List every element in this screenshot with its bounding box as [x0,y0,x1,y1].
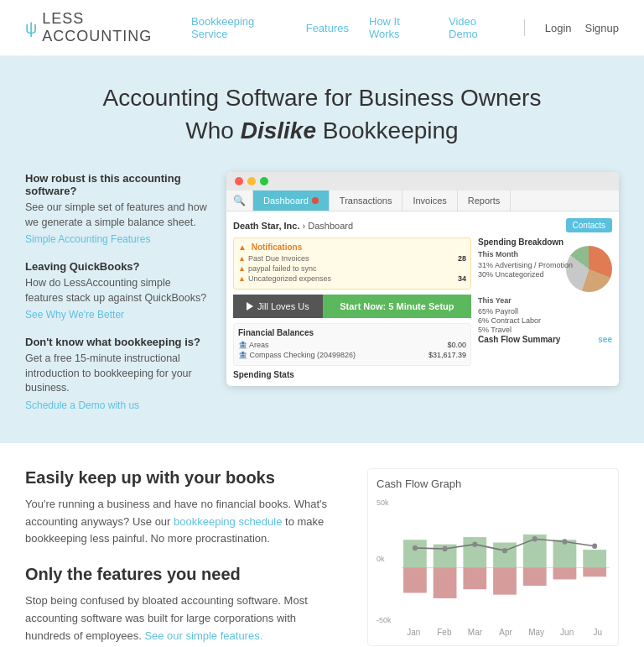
faq-column: How robust is this accounting software? … [25,172,210,426]
faq-question-3: Don't know what bookkeeping is? [25,336,210,348]
nav-video-demo[interactable]: Video Demo [449,15,504,40]
notif-row-1: ▲Past Due Invoices 28 [238,254,466,263]
chart-label-may: May [524,628,548,637]
warning-icon: ▲ [238,243,247,252]
svg-point-17 [472,541,477,546]
y-label-mid: 0k [377,555,385,563]
mockup-financials: Financial Balances 🏦 Areas $0.00 🏦 Compa… [233,323,471,366]
start-cta-button[interactable]: Start Now: 5 Minute Setup [323,295,471,318]
features-chart-column: Cash Flow Graph 50k 0k -50k [367,468,619,647]
notif-row-3: ▲Uncategorized expenses 34 [238,274,466,283]
chart-label-apr: Apr [494,628,518,637]
main-nav: Bookkeeping Service Features How It Work… [191,15,619,40]
chart-label-jan: Jan [402,628,426,637]
logo-icon: ψ [25,18,37,38]
hero-title: Accounting Software for Business Owners … [25,81,619,147]
cashflow-link[interactable]: see [598,335,612,344]
chart-y-axis: 50k 0k -50k [377,498,402,624]
faq-item-3: Don't know what bookkeeping is? Get a fr… [25,336,210,411]
faq-link-2[interactable]: See Why We're Better [25,309,124,321]
financials-header: Financial Balances [238,328,466,337]
svg-rect-1 [403,540,427,567]
feature-title-1: Easily keep up with your books [25,468,334,488]
mockup-search-icon[interactable]: 🔍 [226,190,253,211]
close-btn-icon [235,177,243,185]
bookkeeping-schedule-link[interactable]: bookkeeping schedule [174,515,282,528]
dashboard-mockup: 🔍 Dashboard Transactions Invoices Report… [226,172,619,386]
faq-answer-2: How do LessAccounting simple features st… [25,276,210,305]
fin-row-1: 🏦 Areas $0.00 [238,341,466,349]
chart-label-mar: Mar [463,628,487,637]
chart-label-jul: Ju [585,628,610,637]
mockup-body: Death Star, Inc. › Dashboard Contacts ▲ … [226,211,619,386]
mockup-titlebar [226,172,619,190]
feature-title-2: Only the features you need [25,565,334,584]
mockup-tab-invoices[interactable]: Invoices [402,190,457,211]
mockup-notifications: ▲ Notifications ▲Past Due Invoices 28 ▲p… [233,237,471,290]
fin-label-1: 🏦 Areas [238,341,269,349]
svg-rect-2 [403,567,427,592]
svg-rect-4 [434,567,457,597]
mockup-tab-dashboard[interactable]: Dashboard [253,190,330,211]
spending-year-item-1: 65% Payroll [478,307,612,316]
notif-count-3: 34 [458,274,466,283]
nav-bookkeeping[interactable]: Bookkeeping Service [191,15,286,40]
faq-item-1: How robust is this accounting software? … [25,172,210,245]
transactions-tab-label: Transactions [340,196,392,206]
mockup-tab-reports[interactable]: Reports [458,190,512,211]
faq-item-2: Leaving QuickBooks? How do LessAccountin… [25,260,210,321]
nav-divider [524,19,525,36]
minimize-btn-icon [247,177,256,185]
maximize-btn-icon [260,177,268,185]
faq-question-1: How robust is this accounting software? [25,172,210,197]
fin-row-2: 🏦 Compass Checking (20499826) $31,617.39 [238,351,466,359]
svg-point-20 [562,539,567,544]
nav-features[interactable]: Features [306,22,349,34]
spending-donut-chart [566,246,612,292]
mockup-tab-transactions[interactable]: Transactions [330,190,403,211]
cashflow-chart: Cash Flow Graph 50k 0k -50k [367,468,619,646]
spending-stats-header: Spending Stats [233,370,471,379]
chart-x-labels: Jan Feb Mar Apr May Jun Ju [377,628,610,637]
dashboard-tab-badge [312,197,319,204]
faq-answer-3: Get a free 15-minute instructional intro… [25,352,210,396]
fin-amount-2: $31,617.39 [428,351,466,359]
svg-rect-10 [523,567,547,585]
svg-point-21 [592,543,597,548]
cashflow-summary: Cash Flow Summary see [478,335,612,344]
video-cta-button[interactable]: Jill Loves Us [233,295,323,318]
mockup-contacts-button[interactable]: Contacts [566,218,612,232]
simple-features-link[interactable]: See our simple features. [144,629,262,642]
svg-point-19 [532,536,538,541]
faq-link-1[interactable]: Simple Accounting Features [25,233,150,245]
svg-rect-6 [463,567,486,589]
chart-area: 50k 0k -50k [377,498,610,624]
y-label-top: 50k [377,498,389,507]
dashboard-tab-label: Dashboard [263,196,309,206]
notif-count-1: 28 [458,254,466,263]
spending-year-item-3: 5% Travel [478,326,612,334]
features-section: Easily keep up with your books You're ru… [0,443,644,647]
faq-link-3[interactable]: Schedule a Demo with us [25,399,139,411]
cta-overlay: Jill Loves Us Start Now: 5 Minute Setup [233,295,471,318]
nav-how-it-works[interactable]: How It Works [369,15,428,40]
cashflow-header: Cash Flow Summary see [478,335,612,344]
mockup-tabs: 🔍 Dashboard Transactions Invoices Report… [226,190,619,211]
mockup-header-row: Death Star, Inc. › Dashboard Contacts [233,218,612,232]
mockup-left-col: ▲ Notifications ▲Past Due Invoices 28 ▲p… [233,237,471,379]
this-year-label: This Year [478,296,612,305]
fin-amount-1: $0.00 [447,341,466,349]
svg-point-16 [443,546,448,551]
logo[interactable]: ψ LESS ACCOUNTING [25,10,191,45]
svg-rect-7 [493,542,517,567]
svg-rect-13 [583,550,606,567]
nav-signup[interactable]: Signup [585,22,619,34]
fin-label-2: 🏦 Compass Checking (20499826) [238,351,356,359]
notifications-header: ▲ Notifications [238,243,466,252]
nav-login[interactable]: Login [545,22,572,34]
notif-label-1: ▲Past Due Invoices [238,254,309,263]
notif-label-3: ▲Uncategorized expenses [238,274,331,283]
nav-auth: Login Signup [545,22,619,34]
notif-label-2: ▲paypal failed to sync [238,264,316,273]
reports-tab-label: Reports [468,196,501,206]
